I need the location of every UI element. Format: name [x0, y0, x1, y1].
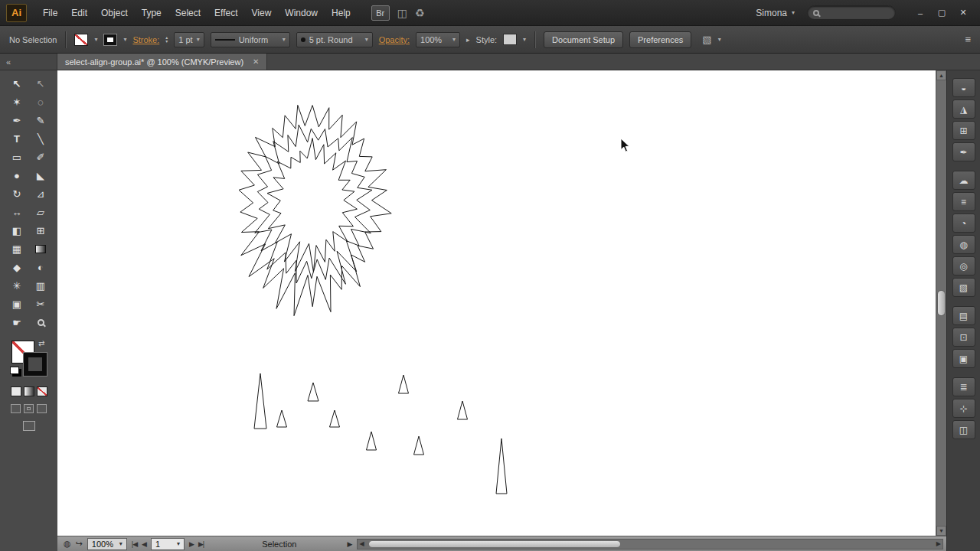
selection-tool[interactable]: ↖: [8, 75, 26, 93]
stroke-dropdown-icon[interactable]: ▾: [123, 36, 126, 43]
menu-effect[interactable]: Effect: [207, 5, 244, 21]
scroll-right-icon[interactable]: ▶: [936, 540, 941, 547]
horizontal-scrollbar[interactable]: ◀ ▶: [357, 539, 943, 549]
minimize-button[interactable]: –: [910, 5, 931, 21]
graphic-styles-panel-icon[interactable]: ▧: [952, 278, 975, 297]
width-profile-select[interactable]: Uniform ▾: [211, 32, 290, 47]
pencil-tool[interactable]: ✎: [31, 112, 50, 129]
preferences-button[interactable]: Preferences: [629, 31, 691, 48]
triangle-shape[interactable]: [399, 375, 409, 393]
menu-file[interactable]: File: [36, 5, 64, 21]
free-transform-tool[interactable]: ▱: [31, 204, 50, 221]
symbols-panel-icon[interactable]: ☁: [952, 171, 975, 190]
proof-colors-icon[interactable]: ◍: [64, 539, 71, 549]
stroke-weight-select[interactable]: 1 pt ▾: [174, 32, 204, 47]
triangle-shape[interactable]: [414, 436, 424, 455]
column-graph-tool[interactable]: ▥: [31, 277, 50, 295]
draw-inside-button[interactable]: [37, 404, 47, 413]
rectangle-tool[interactable]: ▭: [8, 148, 26, 166]
blob-brush-tool[interactable]: ●: [8, 167, 26, 184]
vscroll-thumb[interactable]: [937, 290, 946, 316]
document-tab[interactable]: select-align-group.ai* @ 100% (CMYK/Prev…: [57, 54, 267, 70]
symbol-options-icon[interactable]: ▧: [702, 34, 711, 45]
triangle-shape[interactable]: [277, 410, 287, 427]
menu-type[interactable]: Type: [135, 5, 168, 21]
swatches-panel-icon[interactable]: ⊞: [952, 121, 975, 140]
bridge-button[interactable]: Br: [371, 5, 390, 21]
gradient-tool[interactable]: [31, 240, 50, 258]
draw-behind-button[interactable]: [24, 404, 34, 413]
brushes-panel-icon[interactable]: ✒: [952, 142, 975, 161]
panel-menu-icon[interactable]: ≡: [965, 34, 971, 45]
opacity-select[interactable]: 100% ▾: [416, 32, 460, 47]
previous-artboard-button[interactable]: ◀: [142, 540, 146, 548]
screen-mode-button[interactable]: [23, 421, 35, 431]
mane-outline-path[interactable]: [267, 139, 357, 272]
search-input[interactable]: [823, 8, 890, 18]
artboard-canvas[interactable]: [57, 70, 936, 536]
search-field[interactable]: [807, 5, 896, 20]
direct-selection-tool[interactable]: ↖: [31, 75, 50, 93]
triangle-shape[interactable]: [254, 373, 266, 429]
magic-wand-tool[interactable]: ✶: [8, 93, 26, 111]
transform-panel-icon[interactable]: ⊹: [952, 399, 975, 418]
stroke-panel-link[interactable]: Stroke:: [132, 35, 159, 44]
close-button[interactable]: ✕: [952, 5, 974, 21]
color-panel-icon[interactable]: ◒: [952, 78, 975, 97]
gradient-panel-icon[interactable]: ◔: [952, 214, 975, 233]
stroke-color-chip[interactable]: [103, 34, 117, 46]
none-mode-button[interactable]: [37, 386, 47, 396]
transparency-panel-icon[interactable]: ◍: [952, 235, 975, 254]
artboard-number-select[interactable]: 1 ▾: [151, 538, 185, 550]
first-artboard-button[interactable]: |◀: [132, 540, 137, 548]
stepper-down-icon[interactable]: ▾: [165, 40, 168, 44]
color-guide-panel-icon[interactable]: ◮: [952, 99, 975, 119]
artboards-panel-icon[interactable]: ⊡: [952, 328, 975, 347]
stroke-weight-stepper[interactable]: ▴ ▾: [165, 36, 168, 44]
menu-view[interactable]: View: [245, 5, 279, 21]
gradient-mode-button[interactable]: [24, 386, 34, 396]
menu-help[interactable]: Help: [325, 5, 358, 21]
opacity-panel-link[interactable]: Opacity:: [379, 35, 410, 44]
width-tool[interactable]: ↔: [8, 204, 26, 221]
rotate-tool[interactable]: ↻: [8, 185, 26, 203]
workspace-switcher-dropdown[interactable]: Simona ▾: [756, 8, 795, 18]
zoom-tool[interactable]: [31, 314, 50, 331]
arrange-documents-icon[interactable]: ◫: [397, 7, 407, 19]
eraser-tool[interactable]: ◣: [31, 167, 50, 184]
menu-object[interactable]: Object: [94, 5, 135, 21]
status-expand-icon[interactable]: ▶: [347, 540, 352, 548]
next-artboard-button[interactable]: ▶: [189, 540, 194, 548]
line-segment-tool[interactable]: ╲: [31, 130, 50, 148]
navigator-panel-icon[interactable]: ▣: [952, 349, 975, 368]
triangle-shape[interactable]: [458, 401, 468, 419]
appearance-panel-icon[interactable]: ◎: [952, 256, 975, 276]
shape-builder-tool[interactable]: ◧: [8, 222, 26, 240]
scroll-left-icon[interactable]: ◀: [359, 540, 364, 547]
tab-close-icon[interactable]: ✕: [253, 57, 259, 66]
slice-tool[interactable]: ✂: [31, 295, 50, 313]
fill-color-chip[interactable]: [74, 34, 88, 46]
mesh-tool[interactable]: ▦: [8, 240, 26, 258]
artboard-tool[interactable]: ▣: [8, 295, 26, 313]
scale-tool[interactable]: ⊿: [31, 185, 50, 203]
hand-tool[interactable]: ☛: [8, 314, 26, 331]
last-artboard-button[interactable]: ▶|: [198, 540, 204, 548]
paintbrush-tool[interactable]: ✐: [31, 148, 50, 166]
style-swatch[interactable]: [503, 34, 517, 45]
vscroll-track[interactable]: [936, 80, 946, 526]
vertical-scrollbar[interactable]: ▲ ▼: [936, 70, 946, 536]
color-mode-button[interactable]: [11, 386, 21, 396]
opacity-flyout-icon[interactable]: ▸: [466, 36, 470, 44]
blend-tool[interactable]: ◐: [31, 259, 50, 276]
align-panel-icon[interactable]: ≣: [952, 377, 975, 396]
publish-icon[interactable]: ↪: [76, 539, 83, 549]
stroke-swatch[interactable]: [24, 353, 47, 376]
swap-fill-stroke-icon[interactable]: ⇄: [38, 339, 44, 347]
hscroll-thumb[interactable]: [368, 540, 621, 548]
cs-live-icon[interactable]: ♻: [415, 7, 425, 19]
default-fill-stroke-icon[interactable]: [10, 367, 19, 374]
menu-select[interactable]: Select: [168, 5, 207, 21]
menu-edit[interactable]: Edit: [64, 5, 94, 21]
zoom-select[interactable]: 100% ▾: [87, 538, 127, 550]
